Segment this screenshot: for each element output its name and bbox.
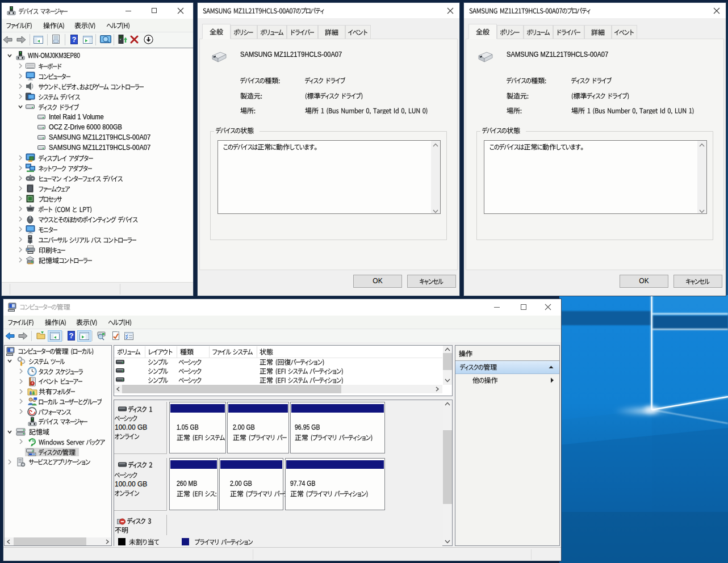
svg-text:?: ?: [72, 35, 77, 44]
svg-text:?: ?: [69, 331, 74, 340]
